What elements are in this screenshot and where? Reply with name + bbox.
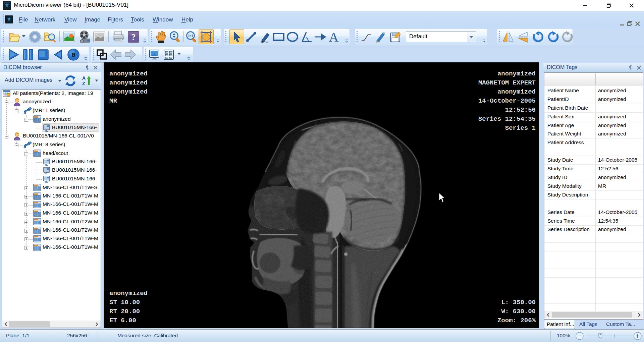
svg-text:?: ?: [131, 32, 136, 42]
svg-text:A: A: [82, 75, 86, 81]
svg-text:1:1: 1:1: [188, 34, 193, 38]
svg-text:A: A: [329, 30, 339, 44]
svg-text:0: 0: [71, 51, 75, 59]
svg-text:Z: Z: [82, 81, 85, 86]
